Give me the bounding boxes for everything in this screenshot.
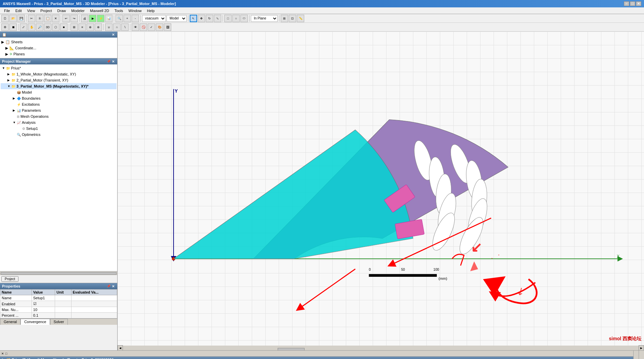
- tb-show-all[interactable]: ✓: [148, 23, 155, 31]
- tb-delete[interactable]: ✕: [52, 15, 59, 22]
- tb-run[interactable]: ⚙: [1, 23, 9, 31]
- tree-boundaries[interactable]: ▶ 🔷 Boundaries: [1, 95, 117, 101]
- material-dropdown[interactable]: vsacuum: [142, 15, 166, 22]
- scroll-left[interactable]: ◀: [118, 345, 123, 350]
- tb-align[interactable]: ⊞: [71, 23, 78, 31]
- tab-convergence[interactable]: Convergence: [20, 319, 50, 325]
- tb-group[interactable]: ⊕: [87, 23, 94, 31]
- tb-undo[interactable]: ↩: [62, 15, 70, 22]
- msg-close-btn[interactable]: ✕: [1, 352, 4, 355]
- tb-cut[interactable]: ✂: [28, 15, 35, 22]
- tb-rect[interactable]: □: [224, 15, 232, 22]
- tree-model[interactable]: 📦 Model: [1, 89, 117, 95]
- prop-name-value[interactable]: Setup1: [32, 295, 55, 301]
- prop-enabled-eval: [71, 301, 117, 307]
- tb-texture[interactable]: 🖼: [164, 23, 171, 31]
- prop-maxnum-value[interactable]: 10: [32, 307, 55, 313]
- prop-row-name: Name Setup1: [0, 295, 117, 301]
- sheets-item-planes[interactable]: ▶ ✈ Planes: [1, 51, 116, 57]
- sheets-close[interactable]: ✕: [111, 33, 115, 37]
- props-close[interactable]: ✕: [111, 285, 115, 288]
- model-dropdown[interactable]: Model: [167, 15, 187, 22]
- tb-analyze[interactable]: ⚡: [97, 15, 104, 22]
- tb-move[interactable]: ✥: [198, 15, 205, 22]
- restore-button[interactable]: □: [630, 1, 635, 6]
- msg-restore-btn[interactable]: □: [5, 352, 7, 355]
- tree-optimetrics[interactable]: 🔍 Optimetrics: [1, 132, 117, 138]
- tree-setup1[interactable]: ⚙ Setup1: [1, 125, 117, 132]
- menu-edit[interactable]: Edit: [13, 8, 25, 13]
- tb-results[interactable]: 📊: [105, 15, 112, 22]
- menu-help[interactable]: Help: [144, 8, 157, 13]
- tb-simulate[interactable]: ▶: [89, 15, 96, 22]
- tb-open[interactable]: 📂: [9, 15, 17, 22]
- tb-ungroup[interactable]: ⊗: [95, 23, 102, 31]
- tb-copy[interactable]: ⎘: [36, 15, 43, 22]
- tb-measure[interactable]: 📏: [297, 15, 304, 22]
- tb-snap[interactable]: ⊡: [289, 15, 296, 22]
- minimize-button[interactable]: −: [624, 1, 629, 6]
- tb-ellipse[interactable]: ⬭: [240, 15, 248, 22]
- tb-intersect[interactable]: ∩: [113, 23, 121, 31]
- tree-whole-motor[interactable]: ▶ 📁 1_Whole_Motor (Magnetostatic, XY): [1, 71, 117, 77]
- menu-modeler[interactable]: Modeler: [68, 8, 87, 13]
- sheets-item-coordinates[interactable]: ▶ 📐 Coordinate...: [1, 45, 116, 51]
- tb-zoom-window[interactable]: 🔎: [36, 23, 43, 31]
- tb-visibility[interactable]: 👁: [132, 23, 139, 31]
- tb-grid[interactable]: ⊞: [281, 15, 288, 22]
- props-pin[interactable]: 📌: [107, 285, 110, 288]
- menu-window[interactable]: Window: [126, 8, 144, 13]
- tb-search[interactable]: 🔍: [116, 15, 123, 22]
- menu-view[interactable]: View: [25, 8, 38, 13]
- tb-rotate[interactable]: ↻: [206, 15, 213, 22]
- close-button[interactable]: ✕: [636, 1, 641, 6]
- tb-scale[interactable]: ⤡: [214, 15, 221, 22]
- tb-zoom-in[interactable]: +: [124, 15, 131, 22]
- tb-redo[interactable]: ↪: [71, 15, 78, 22]
- sheets-item-sheets[interactable]: ▶ 📋 Sheets: [1, 39, 116, 45]
- tree-parameters[interactable]: ▶ 📊 Parameters: [1, 107, 117, 113]
- menu-file[interactable]: File: [1, 8, 13, 13]
- tb-pan[interactable]: ✋: [28, 23, 35, 31]
- tb-stop[interactable]: ⏹: [9, 23, 17, 31]
- tree-analysis[interactable]: ▼ 📈 Analysis: [1, 119, 117, 125]
- tree-partial-motor[interactable]: ▶ 📁 2_Partial_Motor (Transient, XY): [1, 77, 117, 83]
- tb-subtract[interactable]: ∖: [121, 23, 129, 31]
- tb-paste[interactable]: 📋: [44, 15, 51, 22]
- tb-select[interactable]: ↖: [190, 15, 197, 22]
- tab-solver[interactable]: Solver: [50, 319, 68, 325]
- menu-draw[interactable]: Draw: [55, 8, 69, 13]
- tb-view-3d[interactable]: 3D: [44, 23, 51, 31]
- tb-render[interactable]: 🎨: [156, 23, 163, 31]
- tb-new[interactable]: 🗋: [1, 15, 9, 22]
- scroll-right[interactable]: ▶: [639, 345, 644, 350]
- pm-pin[interactable]: 📌: [107, 60, 110, 63]
- tree-prius-root[interactable]: ▼ 📁 Prius*: [1, 65, 117, 71]
- left-panels: 📋 ✕ ▶ 📋 Sheets ▶ 📐 Coordinate... ▶ ✈ Pla: [0, 32, 118, 350]
- prop-percent-value[interactable]: 0.1: [32, 313, 55, 318]
- tb-save[interactable]: 💾: [17, 15, 25, 22]
- tb-print[interactable]: 🖨: [81, 15, 88, 22]
- prop-enabled-value[interactable]: ☑: [32, 301, 55, 307]
- menu-project[interactable]: Project: [38, 8, 54, 13]
- tb-union[interactable]: ∪: [105, 23, 112, 31]
- tb-zoom-out[interactable]: -: [132, 15, 139, 22]
- tb-fit[interactable]: ⤢: [20, 23, 27, 31]
- project-button[interactable]: Project: [1, 276, 18, 282]
- viewport-scrollbar[interactable]: ◀ ▶: [118, 346, 644, 350]
- tree-excitations[interactable]: ⚡ Excitations: [1, 101, 117, 107]
- tb-shade[interactable]: ■: [60, 23, 67, 31]
- menu-maxwell2d[interactable]: Maxwell 2D: [87, 8, 112, 13]
- tb-hide[interactable]: 🚫: [140, 23, 147, 31]
- tab-general[interactable]: General: [0, 319, 20, 325]
- tb-wire[interactable]: ⬡: [52, 23, 59, 31]
- prop-name-eval: [71, 295, 117, 301]
- menu-tools[interactable]: Tools: [112, 8, 126, 13]
- pm-close[interactable]: ✕: [111, 60, 115, 63]
- tree-mesh-operations[interactable]: ⊞ Mesh Operations: [1, 113, 117, 119]
- tree-scrollbar[interactable]: [0, 271, 117, 275]
- plane-dropdown[interactable]: In Plane: [251, 15, 278, 22]
- tree-partial-motor-ms[interactable]: ▼ 📁 3_Partial_Motor_MS (Magnetostatic, X…: [1, 83, 117, 89]
- tb-distribute[interactable]: ≡: [79, 23, 86, 31]
- tb-circle[interactable]: ○: [232, 15, 240, 22]
